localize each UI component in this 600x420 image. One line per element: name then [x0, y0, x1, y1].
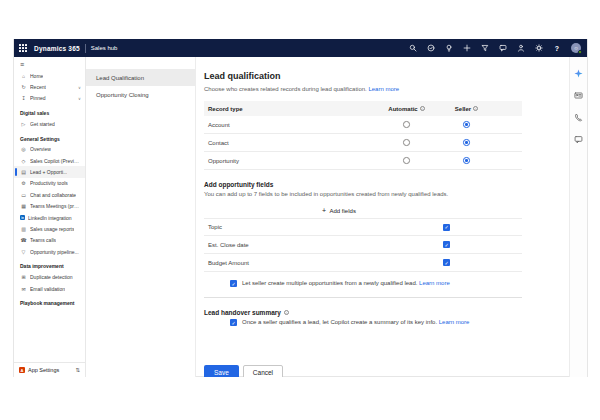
save-button[interactable]: Save: [204, 365, 239, 377]
nav-group-label: Digital sales: [14, 104, 85, 118]
app-settings-tile-icon: A: [19, 367, 25, 373]
sidebar-item-label: Lead + Opporti...: [30, 169, 67, 175]
sidebar-item-label: Email validation: [30, 286, 65, 292]
app-settings-switcher[interactable]: A App Settings ⇅: [14, 362, 85, 377]
seller-radio[interactable]: [463, 157, 470, 164]
sidebar-item-label: Overview: [30, 146, 51, 152]
phone-icon: ☎: [20, 237, 27, 243]
tools-icon: ⚙: [20, 180, 27, 186]
subnav-item-opportunity-closing[interactable]: Opportunity Closing: [86, 86, 195, 103]
clock-icon: ↻: [20, 84, 27, 90]
email-icon: ✉: [20, 286, 27, 292]
sidebar-item-label: Sales usage reports: [30, 226, 74, 232]
subnav-item-lead-qualification[interactable]: Lead Qualification: [86, 69, 195, 86]
multi-opportunity-label: Let seller create multiple opportunities…: [242, 280, 450, 286]
section-divider: [204, 297, 522, 298]
copilot-icon: ◇: [20, 158, 27, 164]
sidebar-item-sales-copilot-preview[interactable]: ◇Sales Copilot (Preview): [14, 155, 85, 166]
sidebar-item-label: Opportunity pipeline...: [30, 249, 79, 255]
opportunity-fields-title: Add opportunity fields: [204, 181, 522, 188]
sidebar-item-pinned[interactable]: ↧Pinned∨: [14, 93, 85, 104]
add-fields-button[interactable]: + Add fields: [204, 203, 474, 218]
avatar[interactable]: ☺: [571, 43, 581, 53]
col-record-type: Record type: [208, 106, 374, 112]
chevron-down-icon[interactable]: ∨: [78, 85, 81, 90]
info-icon[interactable]: i: [420, 106, 425, 111]
phone-icon[interactable]: [574, 108, 583, 117]
nav-group-label: Playbook management: [14, 294, 85, 308]
multi-opportunity-option: ✓ Let seller create multiple opportuniti…: [204, 280, 522, 287]
topbar-actions: ? ☺: [409, 43, 581, 53]
field-checkbox[interactable]: ✓: [443, 241, 450, 248]
chat-icon: ▭: [20, 192, 27, 198]
learn-more-link[interactable]: Learn more: [368, 86, 399, 92]
environment-name[interactable]: Sales hub: [91, 45, 118, 51]
filter-icon[interactable]: [481, 44, 489, 52]
report-icon: ▥: [20, 226, 27, 232]
sidebar-item-label: Teams Meetings (preview: [30, 203, 81, 209]
dynamics-app-window: Dynamics 365 Sales hub ? ☺ ≡ ⌂Home↻Recen…: [13, 39, 588, 377]
sidebar-item-get-started[interactable]: ▷Get started: [14, 118, 85, 129]
seller-radio[interactable]: [463, 121, 470, 128]
sidebar-item-sales-usage-reports[interactable]: ▥Sales usage reports: [14, 223, 85, 234]
gear-icon[interactable]: [535, 44, 543, 52]
lead-handover-title: Lead handover summary i: [204, 309, 522, 316]
info-icon[interactable]: i: [284, 310, 289, 315]
linkedin-icon: in: [20, 215, 25, 220]
nav-group-label: General Settings: [14, 130, 85, 144]
main-pane: Lead qualification Choose who creates re…: [196, 57, 569, 377]
sidebar-item-productivity-tools[interactable]: ⚙Productivity tools: [14, 178, 85, 189]
app-title[interactable]: Dynamics 365: [34, 45, 80, 52]
pipeline-icon: ▽: [20, 249, 27, 255]
sidebar-item-overview[interactable]: ◎Overview: [14, 144, 85, 155]
person-icon[interactable]: [517, 44, 525, 52]
app-settings-label: App Settings: [28, 367, 59, 373]
teams-icon: ▦: [20, 203, 27, 209]
search-icon[interactable]: [409, 44, 417, 52]
lightbulb-icon[interactable]: [445, 44, 453, 52]
sidebar-item-label: Sales Copilot (Preview): [30, 158, 81, 164]
field-label: Est. Close date: [208, 242, 249, 248]
chat-bubble-icon[interactable]: [574, 130, 583, 139]
lead-handover-option: ✓ Once a seller qualifies a lead, let Co…: [204, 319, 522, 326]
cancel-button[interactable]: Cancel: [243, 365, 283, 377]
seller-radio[interactable]: [463, 139, 470, 146]
collapse-nav-icon[interactable]: ≡: [14, 59, 85, 70]
sidebar-item-opportunity-pipeline[interactable]: ▽Opportunity pipeline...: [14, 246, 85, 257]
check-icon[interactable]: [427, 44, 435, 52]
lead-handover-checkbox[interactable]: ✓: [230, 319, 237, 326]
field-checkbox[interactable]: ✓: [443, 224, 450, 231]
chat-icon[interactable]: [499, 44, 507, 52]
automatic-radio[interactable]: [403, 121, 410, 128]
sidebar-item-chat-and-collaborate[interactable]: ▭Chat and collaborate: [14, 189, 85, 200]
sidebar-item-teams-meetings-preview[interactable]: ▦Teams Meetings (preview: [14, 201, 85, 212]
waffle-icon[interactable]: [19, 44, 27, 52]
sidebar-item-email-validation[interactable]: ✉Email validation: [14, 283, 85, 294]
plus-icon[interactable]: [463, 44, 471, 52]
sidebar-item-label: Duplicate detection: [30, 274, 73, 280]
sidebar-item-lead-opporti[interactable]: ▤Lead + Opporti...: [14, 166, 85, 177]
contact-card-icon[interactable]: [574, 86, 583, 95]
sidebar-item-duplicate-detection[interactable]: ⊞Duplicate detection: [14, 271, 85, 282]
sidebar-item-linkedin-integration[interactable]: inLinkedIn integration: [14, 212, 85, 223]
automatic-radio[interactable]: [403, 139, 410, 146]
multi-opportunity-checkbox[interactable]: ✓: [230, 280, 237, 287]
sidebar-item-label: Home: [30, 73, 43, 79]
field-row-budget-amount: Budget Amount✓: [204, 254, 522, 272]
help-icon[interactable]: ?: [553, 44, 561, 52]
copilot-icon[interactable]: [574, 64, 583, 73]
home-icon: ⌂: [20, 73, 27, 79]
title-divider: [85, 44, 86, 53]
sidebar-item-label: Chat and collaborate: [30, 192, 76, 198]
lead-icon: ▤: [20, 169, 27, 175]
learn-more-link[interactable]: Learn more: [419, 280, 450, 286]
sidebar-item-recent[interactable]: ↻Recent∨: [14, 81, 85, 92]
chevron-down-icon[interactable]: ∨: [78, 96, 81, 101]
sidebar-item-home[interactable]: ⌂Home: [14, 70, 85, 81]
learn-more-link[interactable]: Learn more: [439, 319, 470, 325]
sidebar-item-teams-calls[interactable]: ☎Teams calls: [14, 235, 85, 246]
record-type-label: Contact: [208, 140, 374, 146]
info-icon[interactable]: i: [473, 106, 478, 111]
automatic-radio[interactable]: [403, 157, 410, 164]
field-checkbox[interactable]: ✓: [443, 259, 450, 266]
